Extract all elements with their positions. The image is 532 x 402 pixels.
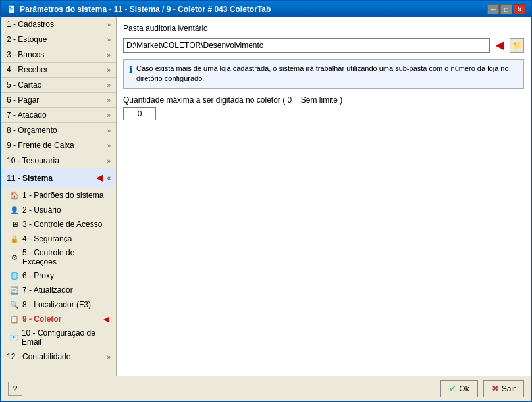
subitem-label-usuario: 2 - Usuário [22, 205, 61, 214]
sidebar-label-orcamento: 8 - Orçamento [7, 126, 57, 135]
sidebar-item-atacado[interactable]: 7 - Atacado » [1, 108, 116, 123]
sidebar-item-contabilidade[interactable]: 12 - Contabilidade » [1, 349, 116, 364]
ok-button[interactable]: ✔ Ok [440, 380, 477, 397]
quantity-input[interactable] [123, 107, 156, 120]
sidebar-item-tesouraria[interactable]: 10 - Tesouraria » [1, 153, 116, 168]
sidebar-label-frente-caixa: 9 - Frente de Caixa [7, 141, 74, 150]
chevron-tesouraria: » [107, 157, 111, 164]
sidebar-item-cartao[interactable]: 5 - Cartão » [1, 78, 116, 93]
main-window: 🖥 Parâmetros do sistema - 11 - Sistema /… [0, 0, 532, 402]
sidebar-label-atacado: 7 - Atacado [7, 111, 47, 120]
subitem-label-coletor: 9 - Coletor [22, 314, 61, 324]
sidebar-subitem-padroes[interactable]: 🏠 1 - Padrões do sistema [1, 188, 116, 203]
cancel-button[interactable]: ✖ Sair [483, 380, 524, 397]
usuario-icon: 👤 [9, 205, 20, 215]
subitem-label-atualizador: 7 - Atualizador [22, 286, 73, 295]
sidebar-subitem-config-email[interactable]: 📧 10 - Configuração de Email [1, 326, 116, 349]
sidebar-subitem-usuario[interactable]: 👤 2 - Usuário [1, 203, 116, 217]
chevron-atacado: » [107, 112, 111, 119]
sidebar-item-frente-caixa[interactable]: 9 - Frente de Caixa » [1, 138, 116, 153]
sidebar-item-cadastros[interactable]: 1 - Cadastros » [1, 17, 116, 32]
sidebar-subitem-controle-excecoes[interactable]: ⚙ 5 - Controle de Exceções [1, 246, 116, 268]
sidebar-label-contabilidade: 12 - Contabilidade [7, 352, 70, 361]
chevron-bancos: » [107, 51, 111, 59]
sidebar-label-estoque: 2 - Estoque [7, 35, 47, 44]
info-box: ℹ Caso exista mais de uma loja cadastrad… [123, 59, 524, 89]
sidebar-subitem-coletor[interactable]: 📋 9 - Coletor ◄ [1, 312, 116, 326]
path-row: ◄ 📁 [123, 37, 524, 54]
sistema-arrow-indicator: ◄ [94, 171, 106, 185]
ok-label: Ok [459, 384, 469, 393]
folder-icon: 📁 [512, 41, 522, 50]
titlebar: 🖥 Parâmetros do sistema - 11 - Sistema /… [1, 1, 531, 17]
sidebar-label-cadastros: 1 - Cadastros [7, 20, 54, 29]
subitem-label-seguranca: 4 - Segurança [22, 234, 72, 243]
quantity-label: Quantidade máxima a ser digitada no cole… [123, 95, 524, 105]
controle-excecoes-icon: ⚙ [9, 252, 20, 263]
sidebar-item-orcamento[interactable]: 8 - Orçamento » [1, 123, 116, 138]
sidebar-label-tesouraria: 10 - Tesouraria [7, 156, 59, 165]
sidebar-label-receber: 4 - Receber [7, 65, 48, 74]
chevron-contabilidade: » [107, 353, 111, 361]
help-button[interactable]: ? [8, 382, 22, 396]
maximize-button[interactable]: □ [500, 4, 512, 14]
cancel-icon: ✖ [492, 384, 499, 393]
chevron-cartao: » [107, 82, 111, 89]
bottom-right: ✔ Ok ✖ Sair [440, 380, 524, 397]
sidebar-item-bancos[interactable]: 3 - Bancos » [1, 47, 116, 63]
cancel-label: Sair [502, 384, 516, 393]
info-icon: ℹ [129, 64, 132, 75]
path-input[interactable] [123, 38, 490, 53]
browse-folder-button[interactable]: 📁 [510, 38, 524, 53]
coletor-icon: 📋 [9, 314, 20, 324]
minimize-button[interactable]: ─ [487, 4, 499, 14]
sidebar-item-estoque[interactable]: 2 - Estoque » [1, 32, 116, 47]
seguranca-icon: 🔒 [9, 234, 20, 244]
padroes-icon: 🏠 [9, 190, 20, 201]
sidebar-subitem-localizador[interactable]: 🔍 8 - Localizador (F3) [1, 297, 116, 312]
sidebar-label-cartao: 5 - Cartão [7, 80, 41, 89]
subitem-label-controle-acesso: 3 - Controle de Acesso [22, 220, 102, 229]
right-panel: Pasta auditoria iventário ◄ 📁 ℹ Caso exi… [117, 17, 531, 376]
title-area: 🖥 Parâmetros do sistema - 11 - Sistema /… [7, 4, 271, 14]
subitem-label-localizador: 8 - Localizador (F3) [22, 300, 91, 309]
chevron-cadastros: » [107, 21, 111, 28]
ok-icon: ✔ [449, 384, 456, 393]
subitem-label-controle-excecoes: 5 - Controle de Exceções [22, 248, 111, 266]
info-text: Caso exista mais de uma loja cadastrada,… [136, 64, 518, 84]
bottom-left: ? [8, 382, 22, 396]
help-icon: ? [13, 384, 18, 393]
coletor-arrow-indicator: ◄ [101, 314, 111, 324]
sidebar-subitem-atualizador[interactable]: 🔄 7 - Atualizador [1, 283, 116, 297]
sidebar-item-sistema[interactable]: 11 - Sistema ◄ « [1, 168, 116, 188]
chevron-frente-caixa: » [107, 142, 111, 149]
atualizador-icon: 🔄 [9, 285, 20, 295]
chevron-sistema: « [107, 174, 111, 182]
chevron-estoque: » [107, 36, 111, 43]
sidebar-label-bancos: 3 - Bancos [7, 50, 44, 59]
bottom-bar: ? ✔ Ok ✖ Sair [1, 376, 531, 401]
sidebar-subitem-seguranca[interactable]: 🔒 4 - Segurança [1, 232, 116, 246]
subitem-label-config-email: 10 - Configuração de Email [22, 328, 111, 347]
panel-title: Pasta auditoria iventário [123, 24, 524, 33]
chevron-pagar: » [107, 97, 111, 104]
close-button[interactable]: ✕ [514, 4, 525, 14]
sidebar: 1 - Cadastros » 2 - Estoque » 3 - Bancos… [1, 17, 117, 376]
window-title: Parâmetros do sistema - 11 - Sistema / 9… [20, 5, 271, 14]
config-email-icon: 📧 [9, 332, 19, 343]
app-icon: 🖥 [7, 4, 16, 14]
sidebar-subitem-proxy[interactable]: 🌐 6 - Proxy [1, 268, 116, 283]
sidebar-label-pagar: 6 - Pagar [7, 95, 39, 105]
content-area: 1 - Cadastros » 2 - Estoque » 3 - Bancos… [1, 17, 531, 376]
window-controls: ─ □ ✕ [487, 4, 525, 14]
sidebar-item-pagar[interactable]: 6 - Pagar » [1, 93, 116, 108]
sidebar-subitem-controle-acesso[interactable]: 🖥 3 - Controle de Acesso [1, 217, 116, 232]
sidebar-label-sistema: 11 - Sistema [7, 174, 53, 183]
chevron-orcamento: » [107, 127, 111, 134]
sidebar-item-receber[interactable]: 4 - Receber » [1, 63, 116, 78]
subitem-label-padroes: 1 - Padrões do sistema [22, 191, 103, 200]
subitem-label-proxy: 6 - Proxy [22, 271, 54, 280]
path-arrow-indicator: ◄ [492, 37, 507, 54]
proxy-icon: 🌐 [9, 270, 20, 281]
localizador-icon: 🔍 [9, 299, 20, 310]
